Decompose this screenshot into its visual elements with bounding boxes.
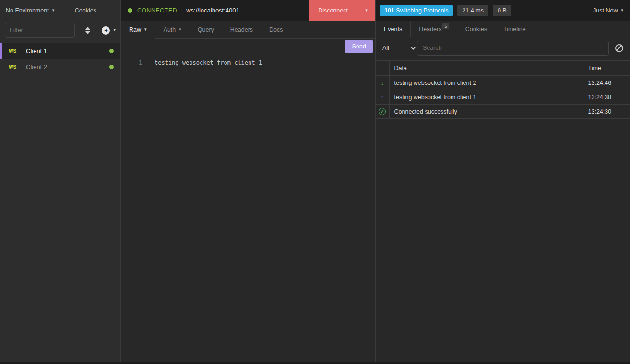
app-footer [0,362,630,364]
tab-events[interactable]: Events [376,21,411,37]
connection-status-label: CONNECTED [137,7,177,14]
chevron-down-icon: ▾ [365,8,368,12]
connected-dot-icon [109,49,114,53]
response-panel: 101 Switching Protocols 21.4 ms 0 B Just… [376,0,630,362]
tab-body-raw[interactable]: Raw ▾ [121,21,155,39]
event-type-select[interactable]: All [382,45,417,51]
tab-label: Query [198,26,214,33]
tab-response-headers[interactable]: Headers 5 [411,21,457,37]
ws-method-tag: WS [9,64,20,70]
request-tabbar: Raw ▾ Auth ▾ Query Headers Docs [121,21,375,39]
line-number: 1 [121,58,142,68]
chevron-down-icon: ▾ [52,8,55,12]
response-time-badge: 21.4 ms [457,5,488,16]
editor-line-text: testing websocket from client 1 [155,58,262,68]
request-name: Client 1 [26,47,47,55]
request-list: WS Client 1 WS Client 2 [0,43,120,75]
sidebar: No Environment ▾ Cookies + ▾ [0,0,121,362]
chevron-down-icon: ▾ [621,8,623,12]
tab-label: Timeline [503,26,526,33]
sidebar-item-client-2[interactable]: WS Client 2 [0,59,120,75]
event-data: Connected successfully [389,105,583,119]
status-text: Switching Protocols [396,7,448,14]
url-bar: CONNECTED ws://localhost:4001 Disconnect… [121,0,375,21]
chevron-down-icon: ▾ [113,27,116,32]
send-button[interactable]: Send [345,40,373,53]
websocket-url-input[interactable]: ws://localhost:4001 [186,7,239,14]
connected-check-icon: ✓ [379,108,386,115]
events-filter-row: All [376,37,630,59]
response-tabbar: Events Headers 5 Cookies Timeline [376,21,630,37]
events-table: Data Time ↓ testing websocket from clien… [376,60,630,119]
disconnect-label: Disconnect [318,7,348,14]
sidebar-header: No Environment ▾ Cookies [0,0,120,21]
event-data: testing websocket from client 2 [389,76,583,90]
event-time: 13:24:46 [583,76,630,90]
message-editor[interactable]: 1 testing websocket from client 1 [121,54,375,362]
event-time: 13:24:38 [583,90,630,105]
sidebar-filter-row: + ▾ [0,21,120,39]
message-sent-icon: ↑ [381,94,384,101]
plus-circle-icon: + [102,26,110,35]
headers-count-badge: 5 [442,23,449,29]
tab-response-cookies[interactable]: Cookies [457,21,495,37]
event-data: testing websocket from client 1 [389,90,583,105]
chevron-down-icon: ▾ [144,27,147,32]
environment-label: No Environment [6,7,49,14]
request-panel: CONNECTED ws://localhost:4001 Disconnect… [121,0,376,362]
environment-selector[interactable]: No Environment ▾ [6,7,54,14]
data-column-header: Data [389,61,583,76]
connected-dot-icon [109,65,114,69]
cookies-label: Cookies [75,7,96,14]
event-type-selected: All [382,45,389,51]
tab-label: Headers [419,26,441,33]
response-meta-bar: 101 Switching Protocols 21.4 ms 0 B Just… [376,0,630,21]
status-code: 101 [384,7,394,14]
sort-down-triangle [85,31,90,34]
tab-timeline[interactable]: Timeline [495,21,534,37]
chevron-down-icon: ▾ [179,27,181,32]
cookies-button[interactable]: Cookies [75,7,96,14]
chevron-down-icon [411,45,416,50]
event-row-received[interactable]: ↓ testing websocket from client 2 13:24:… [376,76,630,90]
tab-query[interactable]: Query [190,21,222,38]
filter-input[interactable] [5,23,75,38]
sidebar-item-client-1[interactable]: WS Client 1 [0,43,120,59]
tab-auth[interactable]: Auth ▾ [155,21,190,38]
tab-label: Headers [230,26,253,33]
tab-label: Docs [269,26,283,33]
time-column-header: Time [583,61,630,76]
send-row: Send [121,39,375,54]
create-request-button[interactable]: + ▾ [102,26,116,35]
disconnect-button-group: Disconnect ▾ [309,0,375,21]
tab-docs[interactable]: Docs [261,21,291,38]
sort-up-triangle [85,27,90,30]
disconnect-button[interactable]: Disconnect [309,0,357,21]
tab-headers[interactable]: Headers [222,21,261,38]
events-table-header: Data Time [376,61,630,76]
connection-status-dot-icon [128,8,132,13]
ws-method-tag: WS [9,48,20,54]
tab-label: Raw [129,26,141,33]
status-badge: 101 Switching Protocols [380,5,453,16]
tab-label: Events [384,26,402,33]
tab-label: Cookies [465,26,487,33]
app-window: No Environment ▾ Cookies + ▾ [0,0,630,364]
sort-icon[interactable] [83,24,93,36]
event-row-connected[interactable]: ✓ Connected successfully 13:24:30 [376,105,630,119]
response-history-dropdown[interactable]: Just Now ▾ [593,7,623,14]
message-received-icon: ↓ [381,79,384,86]
disconnect-dropdown-button[interactable]: ▾ [357,0,375,21]
response-size-badge: 0 B [493,5,511,16]
event-time: 13:24:30 [583,105,630,119]
clear-events-icon[interactable] [615,44,623,52]
events-search-input[interactable] [417,41,609,56]
recency-label: Just Now [593,7,618,14]
icon-column-header [376,61,389,76]
event-row-sent[interactable]: ↑ testing websocket from client 1 13:24:… [376,90,630,105]
request-name: Client 2 [26,63,47,70]
tab-label: Auth [164,26,176,33]
